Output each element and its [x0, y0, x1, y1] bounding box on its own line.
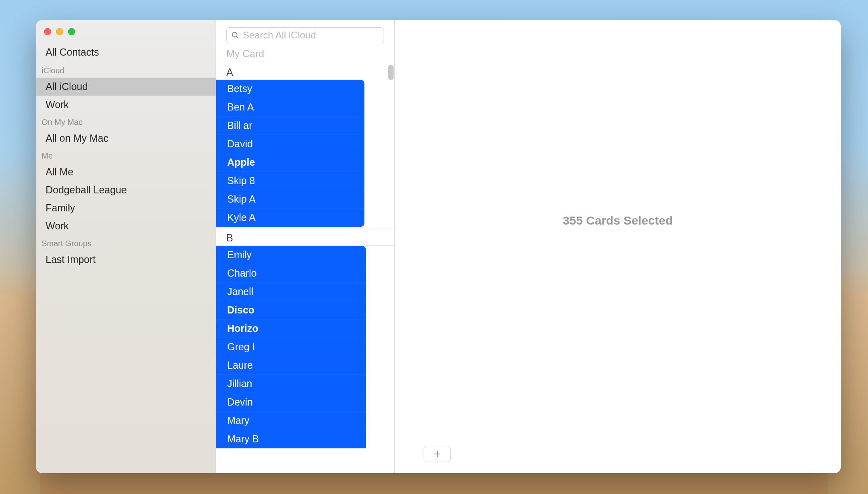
add-contact-button[interactable]	[424, 446, 451, 462]
contact-item[interactable]: Apple	[216, 153, 364, 172]
contact-item[interactable]: Devin	[216, 393, 366, 412]
sidebar-item-me-work[interactable]: Work	[36, 217, 216, 235]
contacts-app-window: All Contacts iCloud All iCloud Work On M…	[36, 20, 841, 473]
sidebar-section-on-my-mac: On My Mac	[36, 114, 216, 129]
search-icon	[231, 31, 240, 40]
selection-count-text: 355 Cards Selected	[563, 214, 673, 227]
plus-icon	[433, 450, 441, 458]
sidebar: All Contacts iCloud All iCloud Work On M…	[36, 20, 216, 473]
sidebar-item-all-on-my-mac[interactable]: All on My Mac	[36, 129, 216, 147]
contact-item[interactable]: Skip A	[216, 190, 364, 209]
sidebar-section-icloud: iCloud	[36, 62, 216, 78]
contacts-scroll-area[interactable]: A Betsy Ben A Bill ar David Apple Skip 8…	[216, 63, 394, 473]
sidebar-item-family[interactable]: Family	[36, 199, 216, 217]
section-header-b: B	[216, 229, 394, 246]
search-input[interactable]	[243, 30, 380, 41]
section-header-a: A	[216, 63, 394, 80]
sidebar-section-smart-groups: Smart Groups	[36, 235, 216, 251]
contact-item[interactable]: Skip 8	[216, 172, 364, 190]
sidebar-item-all-icloud[interactable]: All iCloud	[36, 78, 216, 96]
sidebar-item-all-contacts[interactable]: All Contacts	[36, 42, 216, 62]
contact-item[interactable]: Horizo	[216, 319, 366, 338]
contact-item[interactable]: Mary B	[216, 430, 366, 448]
svg-point-0	[232, 32, 237, 37]
sidebar-section-me: Me	[36, 147, 216, 163]
search-box[interactable]	[226, 27, 384, 43]
close-window-button[interactable]	[44, 28, 51, 35]
sidebar-item-last-import[interactable]: Last Import	[36, 251, 216, 269]
minimize-window-button[interactable]	[56, 28, 63, 35]
sidebar-item-icloud-work[interactable]: Work	[36, 96, 216, 114]
contact-item[interactable]: Greg I	[216, 338, 366, 356]
contact-item[interactable]: Disco	[216, 301, 366, 319]
contact-item[interactable]: Emily	[216, 246, 366, 264]
contact-item[interactable]: Bill ar	[216, 116, 364, 135]
contact-item[interactable]: Janell	[216, 283, 366, 301]
my-card-row[interactable]: My Card	[216, 48, 394, 63]
detail-pane: 355 Cards Selected	[395, 20, 841, 473]
sidebar-item-all-me[interactable]: All Me	[36, 163, 216, 181]
contact-item[interactable]: Betsy	[216, 80, 364, 98]
contact-item[interactable]: Charlo	[216, 264, 366, 283]
fullscreen-window-button[interactable]	[68, 28, 75, 35]
contact-item[interactable]: Ben A	[216, 98, 364, 116]
contact-item[interactable]: Laure	[216, 356, 366, 375]
sidebar-item-dodgeball-league[interactable]: Dodgeball League	[36, 181, 216, 199]
contact-item[interactable]: Mary	[216, 412, 366, 430]
contact-item[interactable]: Kyle A	[216, 209, 364, 227]
window-controls	[36, 26, 216, 42]
scrollbar-thumb[interactable]	[388, 65, 394, 80]
contacts-list-column: My Card A Betsy Ben A Bill ar David Appl…	[216, 20, 395, 473]
contact-item[interactable]: Jillian	[216, 375, 366, 393]
svg-line-1	[236, 36, 238, 38]
contact-item[interactable]: David	[216, 135, 364, 153]
